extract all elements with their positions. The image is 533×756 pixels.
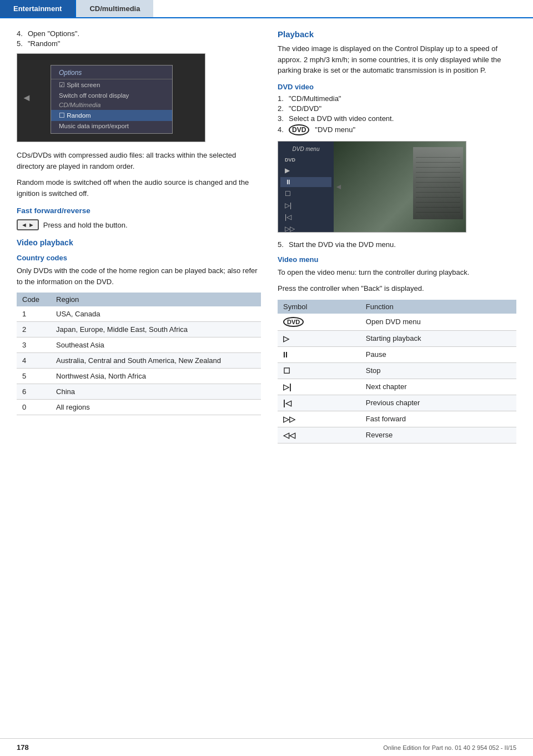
sym-col-function: Function	[360, 300, 516, 314]
symbol-cell: II	[278, 346, 360, 362]
video-playback-heading: Video playback	[17, 238, 261, 247]
table-row: 2Japan, Europe, Middle East, South Afric…	[17, 322, 261, 337]
footer: 178 Online Edition for Part no. 01 40 2 …	[0, 738, 533, 756]
dvd-menu-panel-title: DVD menu	[280, 145, 331, 154]
code-cell: 5	[17, 369, 51, 384]
symbol-table-row: ▷Starting playback	[278, 330, 516, 346]
fast-forward-row: ◄ ► Press and hold the button.	[17, 219, 261, 230]
code-cell: 6	[17, 384, 51, 400]
dvd-icon-stop: ☐	[280, 189, 331, 199]
step-5: 5. "Random"	[17, 39, 261, 48]
symbol-cell: DVD	[278, 314, 360, 331]
dvd-step-4-num: 4.	[278, 125, 285, 134]
fast-forward-heading: Fast forward/reverse	[17, 206, 261, 215]
dvd-step-1-text: "CD/Multimedia"	[289, 94, 341, 103]
dvd-menu-screenshot: DVD menu DVD ▶ ⏸ ☐ ▷| |◁ ▷▷ ◁◁ ◄	[278, 141, 466, 233]
controller-icon: ◄	[22, 92, 32, 104]
dvd-logo-symbol: DVD	[283, 317, 304, 327]
symbol-table-row: ▷|Next chapter	[278, 379, 516, 395]
country-table: Code Region 1USA, Canada2Japan, Europe, …	[17, 293, 261, 415]
function-cell: Reverse	[360, 427, 516, 443]
building-graphic	[413, 147, 463, 219]
dvd-step-2-num: 2.	[278, 104, 285, 113]
region-cell: Northwest Asia, North Africa	[51, 369, 261, 384]
code-cell: 4	[17, 353, 51, 369]
menu-item-cd-multimedia: CD/Multimedia	[51, 100, 172, 110]
symbol-cell: |◁	[278, 395, 360, 411]
code-cell: 3	[17, 337, 51, 353]
dvd-step-4-text: "DVD menu"	[315, 125, 355, 134]
tab-entertainment[interactable]: Entertainment	[0, 0, 75, 17]
left-column: 4. Open "Options". 5. "Random" ◄ Options…	[17, 29, 261, 443]
dvd-steps: 1."CD/Multimedia"2."CD/DVD"3.Select a DV…	[278, 94, 516, 135]
function-cell: Next chapter	[360, 379, 516, 395]
step-4-text: Open "Options".	[28, 29, 79, 38]
dvd-menu-panel: DVD menu DVD ▶ ⏸ ☐ ▷| |◁ ▷▷ ◁◁	[278, 142, 334, 232]
region-cell: All regions	[51, 400, 261, 415]
dvd-icon-next: ▷|	[280, 200, 331, 210]
controller-left-icon: ◄	[335, 182, 343, 191]
function-cell: Open DVD menu	[360, 314, 516, 331]
col-header-code: Code	[17, 293, 51, 306]
symbol-table-row: IIPause	[278, 346, 516, 362]
step-5-right-num: 5.	[278, 240, 285, 249]
table-row: 1USA, Canada	[17, 306, 261, 322]
function-cell: Stop	[360, 362, 516, 379]
step-4: 4. Open "Options".	[17, 29, 261, 38]
table-row: 4Australia, Central and South America, N…	[17, 353, 261, 369]
step-5-text: "Random"	[28, 39, 60, 48]
playback-body: The video image is displayed on the Cont…	[278, 43, 516, 76]
video-menu-body2: Press the controller when "Back" is disp…	[278, 283, 516, 294]
function-cell: Previous chapter	[360, 395, 516, 411]
table-row: 6China	[17, 384, 261, 400]
options-menu: Options Split screen Switch off control …	[51, 65, 173, 134]
dvd-icon-dvd: DVD	[280, 156, 331, 164]
region-cell: China	[51, 384, 261, 400]
menu-title: Options	[51, 68, 172, 79]
symbol-table-row: ◁◁Reverse	[278, 427, 516, 443]
video-menu-body1: To open the video menu: turn the control…	[278, 267, 516, 278]
menu-item-switch-off: Switch off control display	[51, 90, 172, 100]
dvd-step-2: 2."CD/DVD"	[278, 104, 516, 113]
ff-button: ◄ ►	[17, 219, 39, 230]
video-menu-heading: Video menu	[278, 255, 516, 264]
playback-heading: Playback	[278, 29, 516, 39]
ff-description: Press and hold the button.	[43, 221, 128, 229]
dvd-step-1-num: 1.	[278, 94, 285, 103]
step-5-num: 5.	[17, 39, 24, 48]
code-cell: 1	[17, 306, 51, 322]
symbol-table-row: |◁Previous chapter	[278, 395, 516, 411]
header: Entertainment CD/multimedia	[0, 0, 533, 18]
symbol-table-row: ☐Stop	[278, 362, 516, 379]
menu-item-music-data: Music data import/export	[51, 121, 172, 131]
dvd-step-3-text: Select a DVD with video content.	[289, 114, 394, 123]
dvd-icon-prev: |◁	[280, 212, 331, 222]
symbol-cell: ▷	[278, 330, 360, 346]
country-body: Only DVDs with the code of the home regi…	[17, 265, 261, 287]
symbol-cell: ☐	[278, 362, 360, 379]
random-description-1: CDs/DVDs with compressed audio files: al…	[17, 150, 261, 172]
function-cell: Fast forward	[360, 411, 516, 427]
symbol-table-row: DVDOpen DVD menu	[278, 314, 516, 331]
dvd-video-preview: ◄	[334, 142, 466, 232]
main-content: 4. Open "Options". 5. "Random" ◄ Options…	[0, 18, 533, 455]
step-5-right: 5. Start the DVD via the DVD menu.	[278, 240, 516, 249]
dvd-icon-pause: ⏸	[280, 177, 331, 187]
tab-cd-multimedia[interactable]: CD/multimedia	[76, 0, 153, 17]
random-description-2: Random mode is switched off when the aud…	[17, 177, 261, 199]
dvd-step-2-text: "CD/DVD"	[289, 104, 321, 113]
sym-col-symbol: Symbol	[278, 300, 360, 314]
table-row: 0All regions	[17, 400, 261, 415]
step-5-right-text: Start the DVD via the DVD menu.	[289, 240, 396, 249]
code-cell: 2	[17, 322, 51, 337]
code-cell: 0	[17, 400, 51, 415]
region-cell: Southeast Asia	[51, 337, 261, 353]
menu-item-split-screen: Split screen	[51, 79, 172, 90]
symbol-table-row: ▷▷Fast forward	[278, 411, 516, 427]
symbol-cell: ▷▷	[278, 411, 360, 427]
options-screenshot: ◄ Options Split screen Switch off contro…	[17, 53, 205, 142]
symbol-cell: ▷|	[278, 379, 360, 395]
symbol-table: Symbol Function DVDOpen DVD menu▷Startin…	[278, 300, 516, 443]
dvd-video-heading: DVD video	[278, 83, 516, 91]
rewind-icon: ◄	[21, 221, 27, 228]
